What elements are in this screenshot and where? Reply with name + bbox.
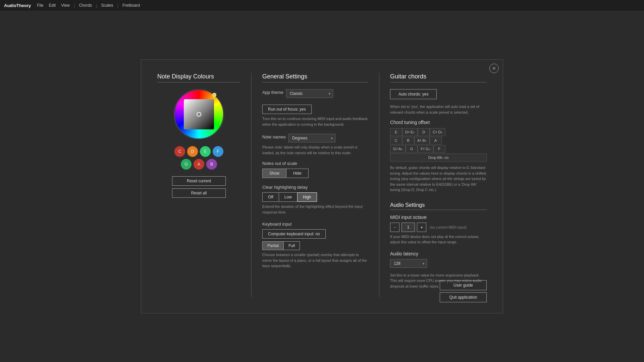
notes-out-label: Notes out of scale	[262, 161, 368, 166]
color-cursor	[197, 112, 201, 117]
latency-dropdown-wrapper: 128 ▾	[390, 259, 427, 268]
run-out-focus-row: Run out of focus: yes Turn this on to co…	[262, 105, 368, 127]
highlighting-row: Clear highlighting delay Off Low High Ex…	[262, 185, 368, 215]
color-indicator	[212, 93, 216, 97]
auto-chords-desc: When set to 'yes', the application will …	[390, 104, 487, 115]
modal-backdrop: ✕ Note Display Colours C D E	[0, 11, 644, 362]
highlighting-btn-group: Off Low High	[262, 192, 368, 202]
midi-value-display: 1	[401, 223, 415, 232]
sep-3: |	[117, 3, 118, 8]
partial-full-group: Partial Full	[262, 241, 368, 250]
hide-button[interactable]: Hide	[286, 169, 309, 178]
midi-plus-button[interactable]: +	[417, 223, 426, 232]
latency-dropdown[interactable]: 128	[390, 259, 427, 268]
audio-settings-section: Audio Settings MIDI input octave - 1 + (…	[390, 202, 487, 289]
bottom-buttons: User guide Quit application	[440, 280, 487, 302]
chord-cell-B[interactable]: B	[402, 137, 414, 144]
drop-6th-button[interactable]: Drop 6th: no	[390, 154, 487, 162]
app-theme-label: App theme	[262, 90, 283, 95]
keyboard-input-label: Keyboard input	[262, 222, 368, 227]
sep-2: |	[96, 3, 97, 8]
chord-cell-E[interactable]: E	[390, 128, 402, 136]
reset-all-button[interactable]: Reset all	[172, 188, 226, 198]
guitar-chords-section: Guitar chords Auto chords: yes When set …	[390, 73, 487, 193]
chord-cell-As[interactable]: A♯ B♭	[414, 137, 430, 144]
note-circle-b[interactable]: B	[206, 159, 217, 170]
keyboard-input-row: Keyboard input Computer keyboard input: …	[262, 222, 368, 269]
chord-grid: E D♯ E♭ D C♯ D♭ C B A♯ B♭ A G♯ A♭	[390, 128, 487, 162]
highlighting-high-button[interactable]: High	[297, 192, 317, 202]
mid-section-title: General Settings	[262, 73, 368, 82]
menubar: AudioTheory File Edit View | Chords | Sc…	[0, 0, 644, 11]
run-out-focus-desc: Turn this on to continue receiving MIDI …	[262, 116, 368, 127]
reset-current-button[interactable]: Reset current	[172, 176, 226, 186]
menu-file[interactable]: File	[35, 2, 45, 8]
modal-columns: Note Display Colours C D E F	[157, 73, 487, 297]
chord-cell-Ds[interactable]: D♯ E♭	[402, 128, 418, 136]
note-circle-a[interactable]: A	[194, 159, 204, 170]
note-circle-g[interactable]: G	[181, 159, 192, 170]
guitar-chords-title: Guitar chords	[390, 73, 487, 82]
midi-desc: If your MIDI device does not play at the…	[390, 234, 487, 245]
user-guide-button[interactable]: User guide	[440, 280, 487, 290]
app-theme-row: App theme Classic ▾	[262, 89, 368, 98]
menu-edit[interactable]: Edit	[47, 2, 58, 8]
note-names-desc: Please note: labels will only display wh…	[262, 144, 368, 156]
note-circle-c[interactable]: C	[174, 146, 185, 157]
keyboard-desc: Choose between a smaller (partial) overl…	[262, 252, 368, 269]
show-button[interactable]: Show	[262, 169, 286, 178]
auto-chords-button[interactable]: Auto chords: yes	[390, 89, 437, 99]
chord-row-3: G♯ A♭ G F♯ G♭ F	[390, 145, 487, 153]
quit-application-button[interactable]: Quit application	[440, 292, 487, 302]
midi-controls: - 1 + (no current MIDI input)	[390, 223, 487, 232]
chord-row-1: E D♯ E♭ D C♯ D♭	[390, 128, 487, 136]
midi-octave-title: MIDI input octave	[390, 215, 487, 220]
settings-modal: ✕ Note Display Colours C D E	[141, 59, 503, 313]
highlighting-off-button[interactable]: Off	[262, 192, 279, 202]
note-names-dropdown-wrapper: Degrees ▾	[288, 134, 335, 142]
partial-button[interactable]: Partial	[262, 241, 284, 250]
left-column: Note Display Colours C D E F	[157, 73, 251, 297]
sep-1: |	[74, 3, 75, 8]
color-gradient-box[interactable]	[184, 99, 214, 129]
note-names-label: Note names	[262, 134, 286, 139]
run-out-focus-button[interactable]: Run out of focus: yes	[262, 105, 312, 114]
menu-fretboard[interactable]: Fretboard	[120, 2, 142, 8]
chord-cell-Fs[interactable]: F♯ G♭	[418, 145, 433, 153]
show-hide-group: Show Hide	[262, 169, 368, 178]
close-button[interactable]: ✕	[489, 64, 499, 73]
app-theme-dropdown-wrapper: Classic ▾	[286, 89, 333, 98]
chord-cell-A[interactable]: A	[430, 137, 442, 144]
chord-cell-F[interactable]: F	[433, 145, 445, 153]
notes-out-row: Notes out of scale Show Hide	[262, 161, 368, 178]
audio-latency-title: Audio latency	[390, 251, 487, 256]
chord-row-drop: Drop 6th: no	[390, 154, 487, 162]
chord-cell-C[interactable]: C	[390, 137, 402, 144]
audio-section-title: Audio Settings	[390, 202, 487, 210]
note-circle-e[interactable]: E	[200, 146, 211, 157]
chord-cell-G[interactable]: G	[406, 145, 418, 153]
note-names-dropdown[interactable]: Degrees	[288, 134, 335, 142]
left-section-title: Note Display Colours	[157, 73, 240, 82]
note-circle-d[interactable]: D	[187, 146, 198, 157]
full-button[interactable]: Full	[283, 241, 300, 250]
menu-scales[interactable]: Scales	[99, 2, 115, 8]
highlighting-low-button[interactable]: Low	[279, 192, 298, 202]
chord-cell-Cs[interactable]: C♯ D♭	[430, 128, 445, 136]
chord-cell-D[interactable]: D	[418, 128, 430, 136]
midi-minus-button[interactable]: -	[390, 223, 399, 232]
app-brand: AudioTheory	[4, 3, 31, 8]
highlighting-desc: Extend the duration of the highlighting …	[262, 204, 368, 215]
chord-tuning-desc: By default, guitar chords will display r…	[390, 165, 487, 193]
note-names-row: Note names Degrees ▾	[262, 134, 368, 142]
color-wheel-container	[157, 89, 240, 139]
computer-keyboard-button[interactable]: Computer keyboard input: no	[262, 229, 326, 239]
app-theme-dropdown[interactable]: Classic	[286, 89, 333, 98]
menu-view[interactable]: View	[59, 2, 72, 8]
midi-note-label: (no current MIDI input)	[430, 225, 467, 229]
highlighting-label: Clear highlighting delay	[262, 185, 368, 190]
color-wheel[interactable]	[174, 89, 224, 139]
note-circle-f[interactable]: F	[213, 146, 223, 157]
menu-chords[interactable]: Chords	[77, 2, 94, 8]
chord-cell-Gs[interactable]: G♯ A♭	[390, 145, 406, 153]
